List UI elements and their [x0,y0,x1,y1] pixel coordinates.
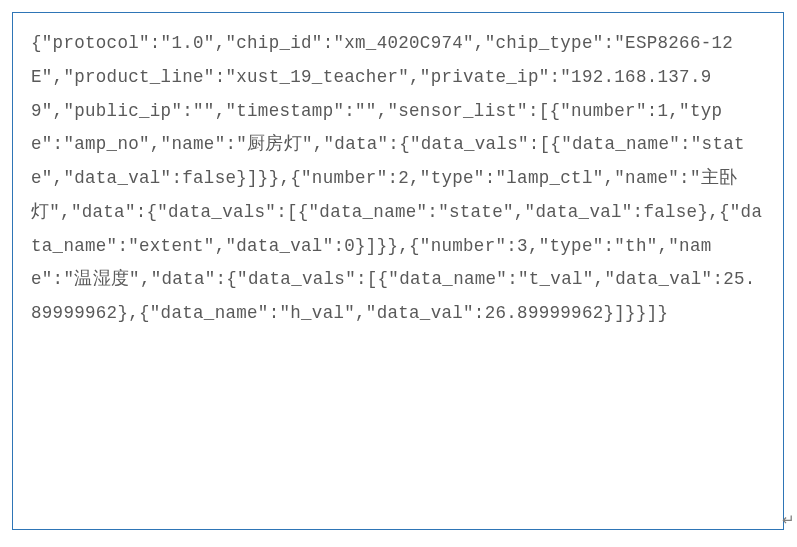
json-code-box: {"protocol":"1.0","chip_id":"xm_4020C974… [12,12,784,530]
return-cursor-icon: ↵ [782,511,795,529]
json-code-text: {"protocol":"1.0","chip_id":"xm_4020C974… [31,27,765,331]
